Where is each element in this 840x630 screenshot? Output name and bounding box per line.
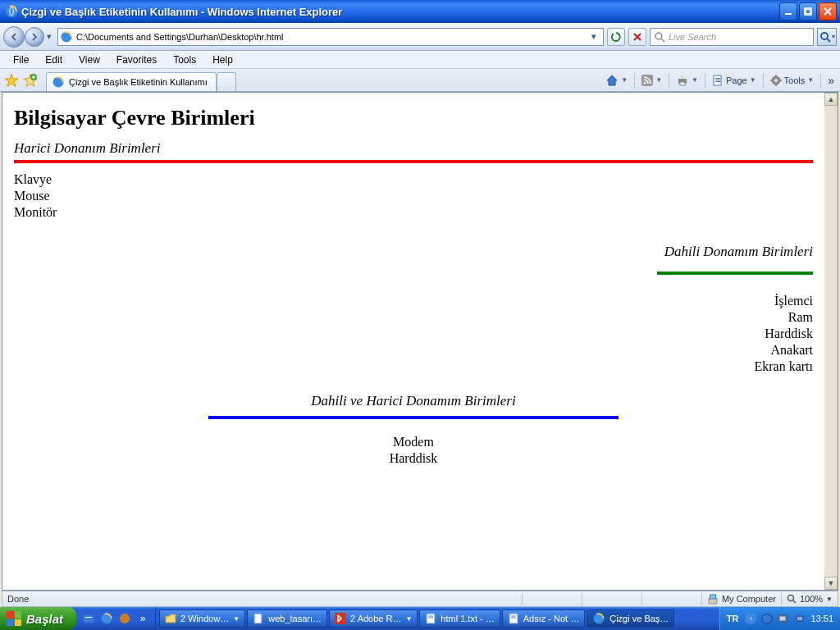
search-input[interactable]: Live Search bbox=[650, 28, 814, 46]
minimize-button[interactable] bbox=[779, 2, 797, 21]
taskbar-item[interactable]: html 1.txt - … bbox=[419, 609, 500, 628]
taskbar-item[interactable]: 2 Window…▼ bbox=[159, 609, 245, 628]
stop-button[interactable] bbox=[628, 28, 646, 46]
search-placeholder: Live Search bbox=[669, 32, 716, 42]
menu-favorites[interactable]: Favorites bbox=[108, 52, 165, 67]
svg-point-11 bbox=[53, 77, 64, 88]
list-item: Klavye bbox=[14, 171, 813, 188]
taskbar-item[interactable]: web_tasarı… bbox=[247, 609, 327, 628]
status-text: Done bbox=[7, 594, 517, 604]
window-title: Çizgi ve Başlık Etiketinin Kullanımı - W… bbox=[21, 6, 779, 18]
refresh-button[interactable] bbox=[607, 28, 625, 46]
tray-hide-icon[interactable]: ‹ bbox=[745, 613, 756, 624]
svg-rect-19 bbox=[715, 80, 720, 80]
vertical-scrollbar[interactable]: ▲ ▼ bbox=[824, 93, 838, 590]
svg-rect-37 bbox=[427, 614, 435, 623]
quick-launch-overflow[interactable]: » bbox=[135, 611, 150, 626]
svg-point-29 bbox=[788, 596, 793, 601]
start-button[interactable]: Başlat bbox=[0, 607, 76, 630]
list-item: Anakart bbox=[14, 342, 813, 358]
list-item: Monitör bbox=[14, 204, 813, 221]
svg-point-8 bbox=[821, 33, 828, 39]
clock[interactable]: 13:51 bbox=[810, 614, 833, 623]
svg-line-9 bbox=[827, 39, 830, 42]
task-buttons: 2 Window…▼ web_tasarı… 2 Adobe R…▼ html … bbox=[156, 607, 719, 630]
quick-launch: » bbox=[76, 607, 156, 630]
taskbar-item[interactable]: Adsız - Not … bbox=[502, 609, 585, 628]
new-tab-button[interactable] bbox=[217, 72, 236, 91]
svg-line-7 bbox=[661, 39, 664, 42]
quick-launch-item[interactable] bbox=[81, 611, 96, 626]
navigation-bar: ▾ C:\Documents and Settings\Durhan\Deskt… bbox=[0, 23, 840, 51]
address-bar[interactable]: C:\Documents and Settings\Durhan\Desktop… bbox=[57, 28, 604, 46]
svg-rect-35 bbox=[254, 614, 262, 623]
status-bar: Done My Computer 100% ▼ bbox=[2, 591, 838, 607]
address-dropdown[interactable]: ▾ bbox=[587, 31, 601, 42]
zoom-level[interactable]: 100% ▼ bbox=[787, 594, 833, 604]
svg-rect-15 bbox=[680, 75, 685, 79]
list-item: Harddisk bbox=[14, 326, 813, 342]
svg-point-13 bbox=[644, 81, 646, 84]
history-dropdown[interactable]: ▾ bbox=[44, 31, 54, 42]
page-menu[interactable]: Page▼ bbox=[710, 71, 759, 89]
menu-tools[interactable]: Tools bbox=[165, 52, 204, 67]
window-titlebar: Çizgi ve Başlık Etiketinin Kullanımı - W… bbox=[0, 0, 840, 23]
svg-rect-2 bbox=[785, 13, 792, 15]
svg-rect-31 bbox=[84, 615, 94, 623]
address-text: C:\Documents and Settings\Durhan\Desktop… bbox=[76, 32, 587, 42]
tools-menu[interactable]: Tools▼ bbox=[768, 71, 817, 89]
favorites-star-icon[interactable] bbox=[3, 72, 20, 89]
list-item: Modem bbox=[14, 434, 813, 450]
print-button[interactable]: ▼ bbox=[673, 71, 701, 89]
svg-point-34 bbox=[120, 614, 130, 623]
menu-file[interactable]: File bbox=[5, 52, 37, 67]
back-button[interactable] bbox=[3, 26, 25, 48]
page-heading: Bilgisayar Çevre Birimleri bbox=[14, 106, 813, 130]
tray-icon[interactable] bbox=[794, 613, 806, 624]
tray-icon[interactable] bbox=[778, 613, 789, 624]
svg-point-22 bbox=[774, 79, 778, 82]
toolbar-overflow[interactable]: » bbox=[825, 71, 837, 89]
scroll-up-button[interactable]: ▲ bbox=[824, 93, 838, 106]
svg-rect-28 bbox=[710, 595, 715, 599]
maximize-button[interactable] bbox=[799, 2, 817, 21]
scroll-track[interactable] bbox=[824, 106, 838, 577]
language-indicator[interactable]: TR bbox=[727, 614, 739, 623]
menu-help[interactable]: Help bbox=[204, 52, 241, 67]
taskbar-item-active[interactable]: Çizgi ve Baş… bbox=[587, 609, 674, 628]
quick-launch-ie-icon[interactable] bbox=[99, 611, 114, 626]
svg-rect-47 bbox=[797, 617, 802, 620]
svg-rect-32 bbox=[85, 617, 92, 618]
search-go-button[interactable]: ▾ bbox=[817, 28, 837, 46]
section3-title: Dahili ve Harici Donamım Birimleri bbox=[14, 393, 813, 409]
menu-edit[interactable]: Edit bbox=[37, 52, 71, 67]
forward-button[interactable] bbox=[25, 27, 44, 47]
home-button[interactable]: ▼ bbox=[603, 71, 630, 89]
svg-rect-4 bbox=[806, 10, 810, 14]
feeds-button[interactable]: ▼ bbox=[639, 71, 664, 89]
svg-point-5 bbox=[62, 31, 72, 42]
scroll-down-button[interactable]: ▼ bbox=[824, 577, 838, 590]
tray-icon[interactable] bbox=[761, 613, 773, 624]
hr-red bbox=[14, 160, 813, 163]
security-zone: My Computer bbox=[707, 593, 776, 605]
command-bar: Çizgi ve Başlık Etiketinin Kullanımı ▼ ▼… bbox=[0, 69, 840, 92]
add-favorite-icon[interactable] bbox=[22, 72, 39, 89]
close-button[interactable] bbox=[819, 2, 837, 21]
quick-launch-item[interactable] bbox=[117, 611, 132, 626]
menu-view[interactable]: View bbox=[71, 52, 108, 67]
svg-rect-40 bbox=[509, 614, 518, 623]
tab-label: Çizgi ve Başlık Etiketinin Kullanımı bbox=[69, 77, 208, 87]
svg-point-43 bbox=[594, 614, 605, 624]
windows-flag-icon bbox=[7, 611, 21, 626]
tab-current[interactable]: Çizgi ve Başlık Etiketinin Kullanımı bbox=[46, 72, 217, 91]
menu-bar: File Edit View Favorites Tools Help bbox=[0, 51, 840, 69]
taskbar-item[interactable]: 2 Adobe R…▼ bbox=[329, 609, 418, 628]
svg-point-6 bbox=[655, 33, 662, 39]
list-item: Mouse bbox=[14, 188, 813, 204]
search-icon bbox=[654, 31, 665, 43]
content-area: Bilgisayar Çevre Birimleri Harici Donanı… bbox=[2, 92, 838, 591]
svg-point-33 bbox=[102, 614, 112, 624]
svg-line-30 bbox=[793, 600, 796, 603]
system-tray: TR ‹ 13:51 bbox=[719, 607, 840, 630]
